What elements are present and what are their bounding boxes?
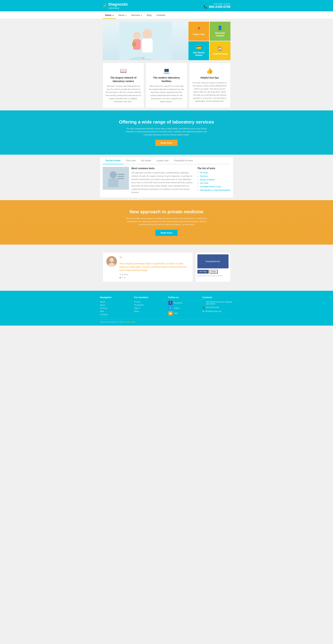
chevron-down-icon: ▾ xyxy=(126,14,126,16)
hero-dot-3[interactable] xyxy=(147,58,148,59)
social-preview-image: TemplateMonster xyxy=(198,254,228,268)
tab-loyalty-cards[interactable]: Loyalty cards xyxy=(154,157,172,164)
feature-tips-title: Helpful test tips xyxy=(192,76,228,80)
envelope-icon: ✉ xyxy=(202,310,204,313)
tab-content-area: Most common tests Our laboratory provide… xyxy=(103,167,230,194)
footer-link-blog[interactable]: Blog xyxy=(100,310,131,312)
book-icon: 📖 xyxy=(106,67,142,74)
testimonial-author: Tina White xyxy=(120,274,189,276)
testimonial-card: “ Your company understands today's requi… xyxy=(103,252,193,282)
footer-members-col: For members Forums Promotions Sign In Ne… xyxy=(134,296,165,316)
check-icon: ✓ xyxy=(197,172,199,174)
footer-link-contacts[interactable]: Contacts xyxy=(100,313,131,316)
footer-contacts-col: Contacts 📍 4578 Marmora Road, Glasgow D0… xyxy=(202,296,233,316)
check-icon: ✓ xyxy=(197,179,199,181)
chevron-down-icon: ▾ xyxy=(141,14,142,16)
tab-description: Most common tests Our laboratory provide… xyxy=(132,167,195,194)
footer-link-forums[interactable]: Forums xyxy=(134,301,165,303)
nav-item-about[interactable]: About ▾ xyxy=(116,11,129,19)
footer-link-services[interactable]: Services xyxy=(100,307,131,309)
social-icons-list: f Facebook t Twitter ◉ RSS xyxy=(168,301,199,316)
banner-lab-services: Offering a wide range of laboratory serv… xyxy=(0,110,333,155)
tabs-navigation: The list of tests Find a test Get result… xyxy=(103,157,230,164)
test-item-semen[interactable]: ✓ Semen Analysis xyxy=(197,178,230,181)
footer-link-promotions[interactable]: Promotions xyxy=(134,304,165,306)
privacy-policy-link[interactable]: Privacy Policy xyxy=(124,321,136,323)
check-icon: ✓ xyxy=(197,186,199,188)
testimonial-dot-2[interactable] xyxy=(122,277,123,278)
svg-point-10 xyxy=(110,171,117,178)
hero-dot-2[interactable] xyxy=(145,58,146,59)
rss-social-link[interactable]: ◉ RSS xyxy=(168,311,199,316)
nav-item-contacts[interactable]: Contacts xyxy=(154,11,168,19)
tab-content-image xyxy=(103,167,129,190)
facebook-social-link[interactable]: f Facebook xyxy=(168,301,199,305)
contact-area: Information Service 📞 800-2345-6789 xyxy=(204,3,230,9)
facebook-like-button[interactable]: Like Page xyxy=(198,270,208,274)
tests-at-home-button[interactable]: 🏠 Tests at Home xyxy=(210,41,230,60)
test-item-uric-acid[interactable]: ✓ Uric Acid xyxy=(197,182,230,184)
social-actions: Like Page Share xyxy=(198,270,228,274)
main-nav: Home ▾ About ▾ Services ▾ Blog Contacts xyxy=(0,11,333,19)
nav-item-home[interactable]: Home ▾ xyxy=(103,11,116,19)
feature-network-title: The largest network of laboratory center… xyxy=(106,76,142,83)
banner1-description: Our fully computerised laboratory group … xyxy=(123,127,210,136)
tab-get-results[interactable]: Get results xyxy=(138,157,154,164)
tab-desc-title: Most common tests xyxy=(132,167,195,170)
info-service-label: Information Service xyxy=(204,3,230,5)
footer-link-about[interactable]: About xyxy=(100,304,131,306)
banner1-read-more-button[interactable]: Read more xyxy=(156,140,178,146)
social-preview-text: TemplateMonster xyxy=(206,260,220,262)
nav-item-services[interactable]: Services ▾ xyxy=(129,11,144,19)
footer-link-home[interactable]: Home xyxy=(100,301,131,303)
footer-bottom: Diagnostic Laboratory © 2013 | Privacy P… xyxy=(100,319,233,323)
brand-subtitle: Laboratory xyxy=(108,7,128,9)
tab-find-a-test[interactable]: Find a test xyxy=(123,157,138,164)
testimonial-content: “ Your company understands today's requi… xyxy=(120,256,189,278)
svg-point-4 xyxy=(142,29,152,39)
testimonial-avatar xyxy=(106,256,117,267)
test-item-hemoglobin[interactable]: ✓ Hemoglobin or Glycohemoglobin xyxy=(197,189,230,192)
test-item-flu[interactable]: ✓ Flu tests xyxy=(197,172,230,174)
find-test-button[interactable]: 📍 Find a Test xyxy=(188,22,209,41)
phone-icon: 📞 xyxy=(204,5,207,8)
testimonial-dot-3[interactable] xyxy=(124,277,126,278)
svg-rect-14 xyxy=(118,178,124,179)
personal-cabinet-button[interactable]: 👤 Personal Cabinet xyxy=(210,22,230,41)
tests-list: The list of tests ✓ Flu tests ✓ Glucose … xyxy=(197,167,230,194)
test-item-blood-count[interactable]: ✓ Complete Blood Count xyxy=(197,186,230,188)
footer-follow-title: Follow us xyxy=(168,296,199,299)
quote-mark-icon: “ xyxy=(120,256,189,261)
logo-text: Diagnostic Laboratory xyxy=(108,2,128,9)
twitter-icon: t xyxy=(168,306,172,310)
laptop-icon: 💻 xyxy=(148,67,184,74)
social-friends-text: Be the first of your friends to like thi… xyxy=(198,275,228,276)
testimonial-dot-1[interactable] xyxy=(120,277,121,278)
tab-list-of-tests[interactable]: The list of tests xyxy=(103,157,123,164)
nav-item-blog[interactable]: Blog xyxy=(144,11,154,19)
svg-rect-12 xyxy=(118,174,124,175)
facebook-share-button[interactable]: Share xyxy=(210,270,218,274)
banner1-title: Offering a wide range of laboratory serv… xyxy=(2,119,330,125)
hero-section: 📍 Find a Test 👤 Personal Cabinet 💳 Get R… xyxy=(100,19,233,60)
brand-name: Diagnostic xyxy=(108,2,128,7)
svg-rect-11 xyxy=(108,178,118,187)
feature-card-facilities: 💻 The modern laboratory facilities We've… xyxy=(146,63,187,108)
test-item-glucose[interactable]: ✓ Glucose xyxy=(197,175,230,178)
banner2-read-more-button[interactable]: Read more xyxy=(156,230,178,236)
testimonial-section: “ Your company understands today's requi… xyxy=(100,252,233,282)
card-icon: 💳 xyxy=(196,45,202,50)
features-section: 📖 The largest network of laboratory cent… xyxy=(100,63,233,108)
tests-list-title: The list of tests xyxy=(197,167,230,170)
svg-point-8 xyxy=(134,42,136,44)
testimonial-text: Your company understands today's require… xyxy=(120,262,189,272)
footer-link-signin[interactable]: Sign In xyxy=(134,307,165,309)
svg-rect-5 xyxy=(142,38,152,52)
house-icon: 🏠 xyxy=(217,46,222,51)
tab-preparation[interactable]: Preparation for tests xyxy=(171,157,196,164)
hero-dot-1[interactable] xyxy=(142,58,144,59)
footer-link-news[interactable]: News xyxy=(134,310,165,312)
person-icon: 👤 xyxy=(217,25,222,30)
twitter-social-link[interactable]: t Twitter xyxy=(168,306,199,310)
get-result-online-button[interactable]: 💳 Get Result Online xyxy=(188,41,209,60)
